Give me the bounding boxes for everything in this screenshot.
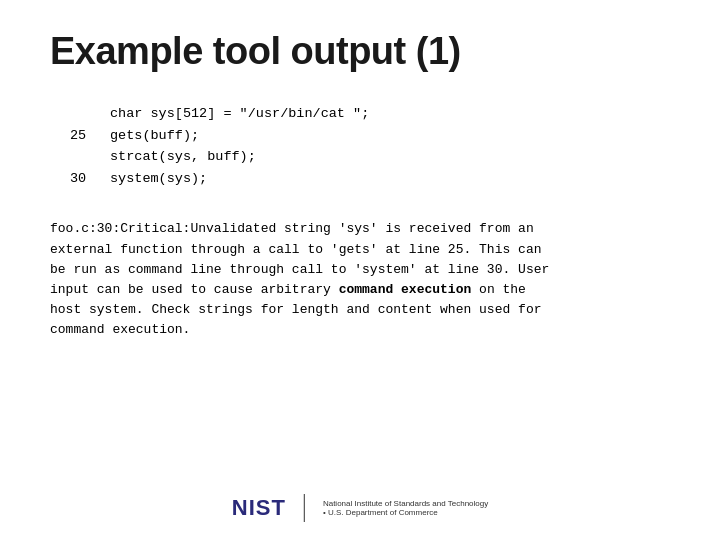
nist-sublabel: National Institute of Standards and Tech…	[323, 499, 488, 508]
code-line-0: char sys[512] = "/usr/bin/cat ";	[70, 103, 670, 125]
description-block: foo.c:30:Critical:Unvalidated string 'sy…	[50, 219, 670, 340]
footer: NIST National Institute of Standards and…	[232, 494, 488, 522]
slide: Example tool output (1) char sys[512] = …	[0, 0, 720, 540]
line-num-25: 25	[70, 125, 110, 147]
desc-line3: be run as command line through call to '…	[50, 262, 549, 277]
nist-label: NIST	[232, 495, 286, 521]
line-num-30: 30	[70, 168, 110, 190]
desc-line1: foo.c:30:Critical:Unvalidated string 'sy…	[50, 221, 534, 236]
footer-right-block: National Institute of Standards and Tech…	[323, 499, 488, 517]
desc-line4-after: on the	[471, 282, 526, 297]
code-text-0: char sys[512] = "/usr/bin/cat ";	[110, 103, 369, 125]
code-text-25a: gets(buff);	[110, 125, 199, 147]
slide-title: Example tool output (1)	[50, 30, 670, 73]
nist-text-block: NIST	[232, 495, 286, 521]
desc-line4-bold: command execution	[339, 282, 472, 297]
code-line-25b: strcat(sys, buff);	[70, 146, 670, 168]
code-line-25a: 25 gets(buff);	[70, 125, 670, 147]
code-text-25b: strcat(sys, buff);	[110, 146, 256, 168]
line-num-25b	[70, 146, 110, 168]
code-line-30: 30 system(sys);	[70, 168, 670, 190]
dept-label: • U.S. Department of Commerce	[323, 508, 488, 517]
desc-line2: external function through a call to 'get…	[50, 242, 541, 257]
desc-line4-before: input can be used to cause arbitrary	[50, 282, 339, 297]
desc-line5: host system. Check strings for length an…	[50, 302, 541, 317]
footer-divider	[304, 494, 305, 522]
code-block: char sys[512] = "/usr/bin/cat "; 25 gets…	[70, 103, 670, 189]
line-num-blank	[70, 103, 110, 125]
code-text-30: system(sys);	[110, 168, 207, 190]
desc-line6: command execution.	[50, 322, 190, 337]
nist-logo: NIST	[232, 495, 286, 521]
